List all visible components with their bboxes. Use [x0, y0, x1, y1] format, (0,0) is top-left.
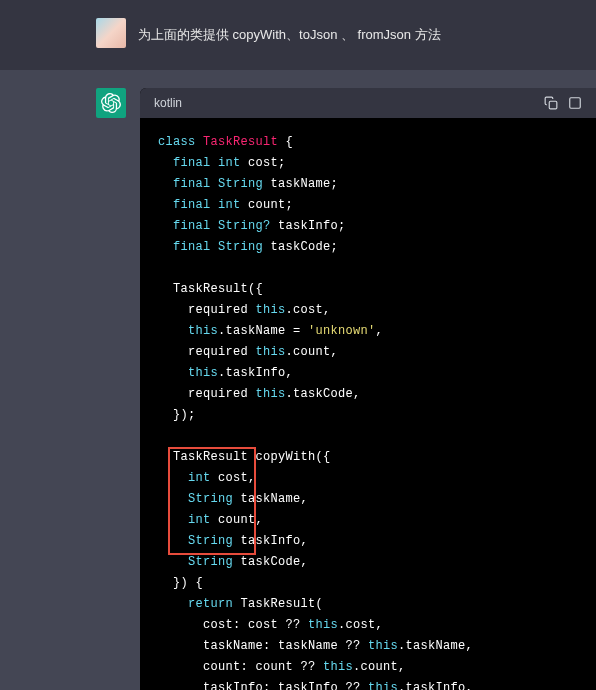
svg-rect-0 [549, 101, 557, 109]
assistant-avatar [96, 88, 126, 118]
code-header-actions [544, 96, 582, 110]
openai-logo-icon [101, 93, 121, 113]
expand-icon[interactable] [568, 96, 582, 110]
user-message: 为上面的类提供 copyWith、toJson 、 fromJson 方法 [0, 0, 596, 70]
svg-rect-1 [570, 98, 581, 109]
code-block-header: kotlin [140, 88, 596, 118]
code-content[interactable]: class TaskResult { final int cost; final… [140, 118, 596, 690]
code-block: kotlin class TaskResult { final int cost… [140, 88, 596, 690]
user-avatar [96, 18, 126, 48]
user-message-text: 为上面的类提供 copyWith、toJson 、 fromJson 方法 [138, 25, 441, 45]
copy-icon[interactable] [544, 96, 558, 110]
code-language-label: kotlin [154, 96, 182, 110]
assistant-message: kotlin class TaskResult { final int cost… [0, 70, 596, 690]
